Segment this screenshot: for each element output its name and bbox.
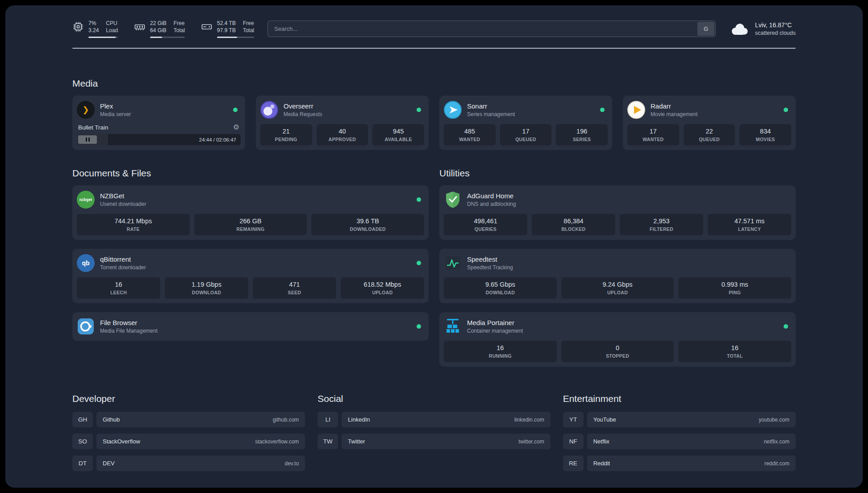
service-stats: 744.21 Mbps RATE 266 GB REMAINING 39.6 T… (77, 214, 424, 235)
service-card-overseerr: Overseerr Media Requests 21 PENDING 40 A… (256, 96, 429, 150)
service-description: Container management (467, 328, 523, 334)
service-name: Overseerr (284, 102, 322, 110)
service-stats: 17 WANTED 22 QUEUED 834 MOVIES (627, 124, 791, 146)
memory-total-label: Total (174, 27, 185, 34)
section-title-developer: Developer (72, 393, 305, 404)
bookmark-group-social: Social LI LinkedIn linkedin.com TW Twitt… (317, 393, 550, 455)
service-card-filebrowser: File Browser Media File Management (72, 312, 429, 341)
stat-value: 471 (255, 281, 334, 288)
section-media: Media ❯ Plex Media server Bullet Train (72, 78, 796, 150)
stat-queued: 17 QUEUED (500, 124, 552, 146)
status-dot (417, 197, 421, 202)
stat-value: 1.19 Gbps (167, 281, 246, 288)
stat-value: 21 (262, 128, 310, 135)
stat-value: 498,461 (446, 217, 526, 225)
service-sonarr[interactable]: Sonarr Series management (444, 100, 608, 120)
bookmark-netflix[interactable]: NF Netflix netflix.com (563, 434, 796, 449)
plex-playback-time: 24:44 / 02:06:47 (199, 137, 236, 142)
plex-now-playing: Bullet Train ⚙ (77, 124, 241, 131)
memory-free-value: 22 GiB (150, 20, 167, 27)
stat-label: WANTED (446, 137, 494, 142)
stat-value: 16 (79, 281, 159, 288)
service-filebrowser[interactable]: File Browser Media File Management (77, 317, 424, 336)
search-provider-button[interactable]: G (697, 22, 714, 36)
bookmark-abbr: DT (72, 455, 93, 471)
stat-value: 47.571 ms (709, 217, 789, 225)
service-description: Media server (100, 111, 131, 117)
status-dot (784, 108, 788, 112)
memory-progress-bar (150, 37, 185, 38)
pause-button[interactable] (78, 135, 97, 144)
bookmark-reddit[interactable]: RE Reddit reddit.com (563, 455, 796, 471)
bookmark-group-developer: Developer GH Github github.com SO StackO… (72, 393, 305, 477)
stat-value: 834 (741, 128, 789, 135)
bookmark-name: YouTube (593, 416, 616, 423)
service-card-sonarr: Sonarr Series management 485 WANTED 17 Q… (439, 96, 612, 150)
status-dot (600, 108, 605, 112)
bookmark-abbr: GH (72, 412, 93, 427)
service-speedtest[interactable]: Speedtest Speedtest Tracking (444, 253, 791, 273)
stat-blocked: 86,384 BLOCKED (532, 214, 615, 235)
stat-queued: 22 QUEUED (684, 124, 735, 146)
search-input[interactable] (267, 21, 716, 37)
stat-rate: 744.21 Mbps RATE (77, 214, 190, 235)
stat-value: 17 (502, 128, 550, 135)
stat-download: 1.19 Gbps DOWNLOAD (165, 277, 248, 299)
service-card-nzbget: nzbget NZBGet Usenet downloader 744.21 M… (72, 185, 429, 240)
stat-label: QUERIES (446, 226, 526, 232)
service-card-radarr: Radarr Movie management 17 WANTED 22 QUE… (623, 96, 796, 150)
stat-approved: 40 APPROVED (317, 124, 368, 146)
section-title-media: Media (72, 78, 796, 89)
service-stats: 21 PENDING 40 APPROVED 945 AVAILABLE (260, 124, 424, 146)
stat-label: DOWNLOADED (313, 226, 422, 232)
radarr-icon (627, 101, 645, 119)
bookmark-twitter[interactable]: TW Twitter twitter.com (317, 434, 550, 449)
plex-progress-bar[interactable]: 24:44 / 02:06:47 (77, 134, 241, 145)
topbar: 7% 3.24 CPU Load (72, 5, 796, 38)
plex-icon: ❯ (77, 101, 95, 119)
stat-upload: 618.52 Mbps UPLOAD (341, 277, 424, 299)
service-overseerr[interactable]: Overseerr Media Requests (260, 100, 424, 120)
stat-label: BLOCKED (534, 226, 613, 232)
stat-available: 945 AVAILABLE (372, 124, 424, 146)
service-radarr[interactable]: Radarr Movie management (627, 100, 791, 120)
topbar-divider (72, 48, 796, 49)
service-description: Usenet downloader (100, 201, 146, 207)
qbittorrent-icon: qb (77, 254, 95, 272)
service-qbittorrent[interactable]: qb qBittorrent Torrent downloader (77, 253, 424, 273)
stat-value: 0 (563, 344, 672, 351)
service-name: Media Portainer (467, 319, 523, 326)
service-plex[interactable]: ❯ Plex Media server (77, 100, 241, 120)
stat-label: WANTED (629, 137, 677, 142)
stat-label: LEECH (79, 290, 159, 295)
overseerr-icon (260, 101, 278, 119)
service-portainer[interactable]: Media Portainer Container management (444, 317, 791, 336)
adguard-icon (444, 191, 462, 209)
cpu-widget: 7% 3.24 CPU Load (72, 20, 118, 38)
section-utilities: Utilities (439, 168, 796, 367)
bookmark-url: linkedin.com (514, 417, 544, 423)
bookmark-name: Github (103, 416, 120, 423)
bookmark-github[interactable]: GH Github github.com (72, 412, 305, 427)
service-adguard[interactable]: AdGuard Home DNS and adblocking (444, 190, 791, 209)
bookmark-linkedin[interactable]: LI LinkedIn linkedin.com (317, 412, 550, 427)
bookmark-youtube[interactable]: YT YouTube youtube.com (563, 412, 796, 427)
service-description: Media File Management (100, 328, 158, 334)
bookmark-abbr: NF (563, 434, 584, 449)
stat-value: 618.52 Mbps (342, 281, 422, 288)
bookmark-dev[interactable]: DT DEV dev.to (72, 455, 305, 471)
bookmark-stackoverflow[interactable]: SO StackOverflow stackoverflow.com (72, 434, 305, 449)
bookmark-name: Twitter (348, 438, 365, 445)
service-name: AdGuard Home (467, 192, 516, 200)
stat-label: APPROVED (318, 137, 367, 142)
cpu-usage-label: CPU (106, 20, 118, 27)
bookmark-url: dev.to (285, 460, 299, 467)
service-card-qbittorrent: qb qBittorrent Torrent downloader 16 LEE… (72, 249, 429, 303)
gear-icon[interactable]: ⚙ (233, 124, 239, 131)
service-nzbget[interactable]: nzbget NZBGet Usenet downloader (77, 190, 424, 209)
disk-icon (201, 21, 213, 33)
stat-value: 196 (558, 128, 606, 135)
service-stats: 9.65 Gbps DOWNLOAD 9.24 Gbps UPLOAD 0.99… (444, 277, 791, 299)
stat-latency: 47.571 ms LATENCY (708, 214, 791, 235)
disk-widget: 52.4 TB 97.9 TB Free Total (201, 20, 254, 38)
